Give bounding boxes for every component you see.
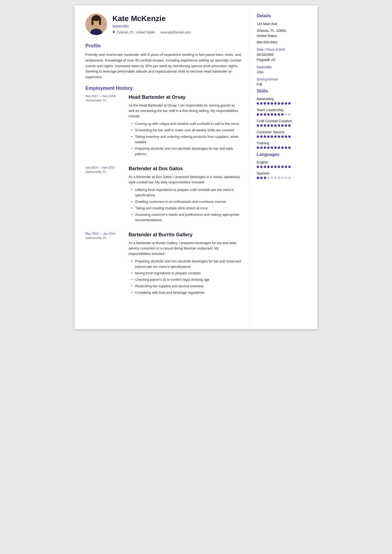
location-icon <box>112 31 115 33</box>
list-item: Preparing alcoholic and non-alcoholic be… <box>131 146 242 157</box>
job-title-text: Bartender at Dos Gatos <box>129 166 242 172</box>
skills-section: Skills BartendingTeam LeadershipCraft Co… <box>257 89 311 149</box>
job-bullets: Utilizing fresh ingredients to prepare c… <box>129 187 242 223</box>
driving-label: Driving license <box>257 77 311 81</box>
skill-name: Customer Service <box>257 130 311 134</box>
job-entry: Nov 2017 — Nov 2019Jacksonville, FLHead … <box>85 94 242 158</box>
dot-empty <box>285 113 287 116</box>
languages-title: Languages <box>257 152 311 157</box>
dot-empty <box>285 177 287 179</box>
list-item: Preparing alcoholic and non-alcoholic be… <box>131 259 242 269</box>
language-name: English <box>257 160 311 164</box>
job-date: Nov 2017 — Nov 2019 <box>85 94 129 98</box>
dot-filled <box>281 166 284 168</box>
dot-filled <box>281 124 284 127</box>
dot-filled <box>271 102 273 105</box>
skill-dots <box>257 113 311 116</box>
list-item: Mixing fresh ingredients to prepare cock… <box>131 271 242 276</box>
list-item: Assessing customer's needs and preferenc… <box>131 212 242 223</box>
dot-filled <box>281 135 284 138</box>
skills-title: Skills <box>257 89 311 94</box>
dot-filled <box>257 135 259 138</box>
dot-filled <box>260 135 263 138</box>
dot-filled <box>271 166 273 168</box>
dot-filled <box>278 113 280 116</box>
details-section: Details 143 Main Ave Orlando, FL, 32804,… <box>257 13 311 87</box>
languages-section: Languages EnglishSpanish <box>257 152 311 179</box>
list-item: Taking inventory and ordering ordering p… <box>131 134 242 145</box>
job-title-text: Bartender at Burrito Gallery <box>129 232 242 238</box>
resume-document: Kate McKenzie Bartender Orlando, FL, Uni… <box>75 5 317 329</box>
dot-filled <box>281 113 284 116</box>
skill-name: Bartending <box>257 97 311 101</box>
profile-title: Profile <box>85 43 242 49</box>
dot-filled <box>260 124 263 127</box>
dot-filled <box>285 102 287 105</box>
dot-filled <box>257 166 259 168</box>
job-date: Jan 2014 — Nov 2017 <box>85 166 129 169</box>
dot-filled <box>274 135 277 138</box>
dot-filled <box>267 146 270 149</box>
dot-filled <box>288 135 291 138</box>
dot-filled <box>264 177 266 179</box>
avatar <box>85 13 107 35</box>
language-dots <box>257 166 311 168</box>
list-item: Utilizing fresh ingredients to prepare c… <box>131 187 242 198</box>
job-location: Jacksonville, FL <box>85 236 129 240</box>
job-bullets: Coming up with unique and creative craft… <box>129 121 242 157</box>
language-name: Spanish <box>257 171 311 175</box>
dot-filled <box>285 146 287 149</box>
email-info: example@email.com <box>160 30 191 34</box>
dot-empty <box>274 177 277 179</box>
skill-dots <box>257 102 311 105</box>
address-line2: Orlando, FL, 32804, United States <box>257 28 311 39</box>
dot-filled <box>288 146 291 149</box>
job-date-col: Jan 2014 — Nov 2017Jacksonville, FL <box>85 166 129 224</box>
skill-name: Craft Cocktail Creation <box>257 119 311 123</box>
driving-value: Full <box>257 82 311 87</box>
language-item: English <box>257 160 311 168</box>
skills-container: BartendingTeam LeadershipCraft Cocktail … <box>257 97 311 149</box>
profile-section: Profile Friendly and charismatic bartend… <box>85 43 242 80</box>
dot-filled <box>257 177 259 179</box>
job-title-text: Head Bartender at Orsay <box>129 94 242 100</box>
dot-filled <box>274 166 277 168</box>
dot-filled <box>260 146 263 149</box>
dot-filled <box>257 113 259 116</box>
dot-filled <box>271 135 273 138</box>
left-column: Kate McKenzie Bartender Orlando, FL, Uni… <box>75 5 250 329</box>
dob-label: Date / Place of birth <box>257 48 311 52</box>
dot-filled <box>264 113 266 116</box>
address-line1: 143 Main Ave <box>257 22 311 27</box>
employment-section: Employment History Nov 2017 — Nov 2019Ja… <box>85 86 242 296</box>
list-item: Complying with food and beverage regulat… <box>131 290 242 295</box>
dot-filled <box>257 102 259 105</box>
dot-empty <box>271 177 273 179</box>
languages-container: EnglishSpanish <box>257 160 311 179</box>
dot-empty <box>288 113 291 116</box>
dot-filled <box>257 146 259 149</box>
skill-item: Training <box>257 141 311 149</box>
location-info: Orlando, FL, United States <box>112 30 155 34</box>
contact-row: Orlando, FL, United States example@email… <box>112 30 191 34</box>
job-date-col: May 2010 — Jan 2014Jacksonville, FL <box>85 232 129 296</box>
dot-filled <box>260 113 263 116</box>
dob-value: 05/10/1983 Flagstaff, AZ <box>257 52 311 63</box>
skill-dots <box>257 135 311 138</box>
dot-filled <box>267 135 270 138</box>
job-description: As a Bartender at Burrito Gallery, I pre… <box>129 240 242 257</box>
candidate-name: Kate McKenzie <box>112 14 191 23</box>
dot-filled <box>274 124 277 127</box>
dot-filled <box>278 102 280 105</box>
job-location: Jacksonville, FL <box>85 170 129 173</box>
dot-filled <box>264 166 266 168</box>
dot-empty <box>288 177 291 179</box>
job-entry: Jan 2014 — Nov 2017Jacksonville, FLBarte… <box>85 166 242 224</box>
header-info: Kate McKenzie Bartender Orlando, FL, Uni… <box>112 14 191 34</box>
job-bullets: Preparing alcoholic and non-alcoholic be… <box>129 259 242 295</box>
dot-filled <box>274 146 277 149</box>
dot-filled <box>260 177 263 179</box>
language-dots <box>257 177 311 179</box>
dot-filled <box>267 113 270 116</box>
svg-point-7 <box>92 17 100 21</box>
